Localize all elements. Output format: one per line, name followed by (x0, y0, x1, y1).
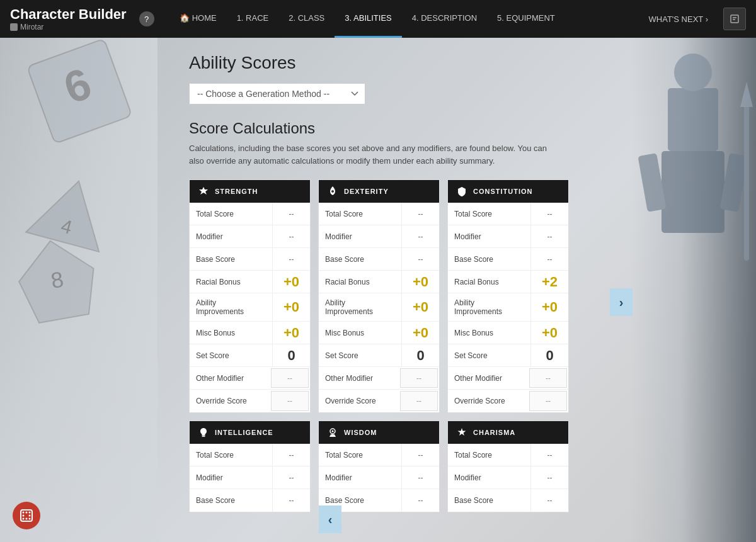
constitution-set-score-row: Set Score 0 (448, 344, 568, 367)
constitution-override-score-row[interactable]: Override Score (448, 390, 568, 412)
svg-point-25 (29, 515, 31, 517)
nav-class[interactable]: 2. CLASS (278, 0, 335, 38)
charisma-base-score-row: Base Score -- (448, 489, 568, 512)
home-icon: 🏠 (180, 13, 190, 23)
dexterity-base-score-row: Base Score -- (319, 248, 439, 271)
nav-abilities[interactable]: 3. ABILITIES (335, 0, 401, 38)
constitution-modifier-row: Modifier -- (448, 225, 568, 248)
charisma-total-score-row: Total Score -- (448, 444, 568, 466)
help-button[interactable]: ? (139, 11, 154, 26)
wisdom-total-score-row: Total Score -- (319, 444, 439, 466)
strength-racial-bonus-row: Racial Bonus +0 (190, 271, 310, 293)
notes-button[interactable] (723, 8, 746, 30)
svg-point-24 (23, 515, 25, 517)
generation-method-select[interactable]: -- Choose a Generation Method -- Standar… (189, 83, 365, 104)
svg-rect-0 (731, 15, 738, 23)
ability-intelligence: INTELLIGENCE Total Score -- Modifier -- … (189, 421, 311, 512)
content-area: Ability Scores -- Choose a Generation Me… (0, 38, 756, 542)
svg-point-27 (26, 518, 28, 520)
dexterity-override-score-input[interactable] (401, 397, 437, 405)
score-calc-desc: Calculations, including the base scores … (189, 142, 554, 167)
constitution-override-score-input[interactable] (530, 397, 566, 405)
ability-charisma: CHARISMA Total Score -- Modifier -- Base… (447, 421, 569, 512)
dexterity-modifier-row: Modifier -- (319, 225, 439, 248)
dexterity-other-modifier-row[interactable]: Other Modifier (319, 367, 439, 390)
ability-grid-top: STRENGTH Total Score -- Modifier -- Base… (189, 179, 624, 413)
intelligence-base-score-row: Base Score -- (190, 489, 310, 512)
constitution-base-score-row: Base Score -- (448, 248, 568, 271)
strength-override-score-input[interactable] (272, 397, 308, 405)
svg-rect-17 (202, 436, 205, 438)
charisma-icon (455, 426, 468, 439)
constitution-total-score-row: Total Score -- (448, 203, 568, 225)
app-title: Character Builder (10, 6, 127, 23)
dexterity-ability-improvements-row: Ability Improvements +0 (319, 293, 439, 322)
intelligence-modifier-row: Modifier -- (190, 466, 310, 489)
strength-icon (197, 185, 210, 198)
strength-other-modifier-row[interactable]: Other Modifier (190, 367, 310, 390)
svg-point-16 (331, 190, 334, 193)
ability-dexterity: DEXTERITY Total Score -- Modifier -- Bas… (318, 179, 440, 413)
strength-modifier-row: Modifier -- (190, 225, 310, 248)
strength-base-score-row: Base Score -- (190, 248, 310, 271)
constitution-other-modifier-row[interactable]: Other Modifier (448, 367, 568, 390)
intelligence-label: INTELLIGENCE (215, 429, 273, 436)
charisma-label: CHARISMA (473, 429, 515, 436)
ability-strength: STRENGTH Total Score -- Modifier -- Base… (189, 179, 311, 413)
svg-point-21 (23, 512, 25, 514)
strength-label: STRENGTH (215, 188, 258, 195)
wisdom-header: WISDOM (319, 421, 439, 444)
constitution-header: CONSTITUTION (448, 180, 568, 203)
dexterity-label: DEXTERITY (344, 188, 389, 195)
dexterity-racial-bonus-row: Racial Bonus +0 (319, 271, 439, 293)
ability-constitution: CONSTITUTION Total Score -- Modifier -- … (447, 179, 569, 413)
dexterity-total-score-row: Total Score -- (319, 203, 439, 225)
intelligence-header: INTELLIGENCE (190, 421, 310, 444)
nav-home[interactable]: 🏠 HOME (169, 0, 227, 38)
ability-grid-bottom: INTELLIGENCE Total Score -- Modifier -- … (189, 421, 624, 512)
dexterity-icon (326, 185, 339, 198)
dexterity-set-score-row: Set Score 0 (319, 344, 439, 367)
constitution-ability-improvements-row: Ability Improvements +0 (448, 293, 568, 322)
strength-total-score-row: Total Score -- (190, 203, 310, 225)
constitution-racial-bonus-row: Racial Bonus +2 (448, 271, 568, 293)
main-nav: 🏠 HOME 1. RACE 2. CLASS 3. ABILITIES 4. … (169, 0, 639, 38)
nav-arrow-left[interactable]: ‹ (319, 505, 341, 533)
svg-point-23 (29, 512, 31, 514)
intelligence-total-score-row: Total Score -- (190, 444, 310, 466)
svg-point-19 (332, 431, 334, 432)
character-name: Mirotar (10, 23, 127, 31)
whats-next-link[interactable]: WHAT'S NEXT › (639, 0, 718, 38)
strength-set-score-row: Set Score 0 (190, 344, 310, 367)
dexterity-header: DEXTERITY (319, 180, 439, 203)
constitution-other-modifier-input[interactable] (530, 374, 566, 383)
dice-icon (19, 508, 34, 523)
nav-race[interactable]: 1. RACE (227, 0, 279, 38)
constitution-misc-bonus-row: Misc Bonus +0 (448, 322, 568, 344)
score-calc-title: Score Calculations (189, 120, 624, 137)
strength-other-modifier-input[interactable] (272, 374, 308, 383)
dexterity-override-score-row[interactable]: Override Score (319, 390, 439, 412)
wisdom-label: WISDOM (344, 429, 377, 436)
main-content: 6 4 8 Ability Scores (0, 38, 756, 542)
charisma-modifier-row: Modifier -- (448, 466, 568, 489)
strength-override-score-row[interactable]: Override Score (190, 390, 310, 412)
strength-misc-bonus-row: Misc Bonus +0 (190, 322, 310, 344)
constitution-icon (455, 185, 468, 198)
dexterity-other-modifier-input[interactable] (401, 374, 437, 383)
character-icon (10, 23, 18, 31)
svg-point-28 (29, 518, 31, 520)
nav-description[interactable]: 4. DESCRIPTION (402, 0, 487, 38)
constitution-label: CONSTITUTION (473, 188, 533, 195)
charisma-header: CHARISMA (448, 421, 568, 444)
page-title: Ability Scores (189, 53, 624, 73)
brand: Character Builder Mirotar (10, 6, 127, 31)
ability-wisdom: WISDOM Total Score -- Modifier -- Base S… (318, 421, 440, 512)
dexterity-misc-bonus-row: Misc Bonus +0 (319, 322, 439, 344)
nav-equipment[interactable]: 5. EQUIPMENT (487, 0, 565, 38)
strength-header: STRENGTH (190, 180, 310, 203)
wisdom-icon (326, 426, 339, 439)
nav-arrow-right[interactable]: › (610, 288, 633, 316)
dice-roller-button[interactable] (13, 502, 40, 529)
svg-point-26 (23, 518, 25, 520)
